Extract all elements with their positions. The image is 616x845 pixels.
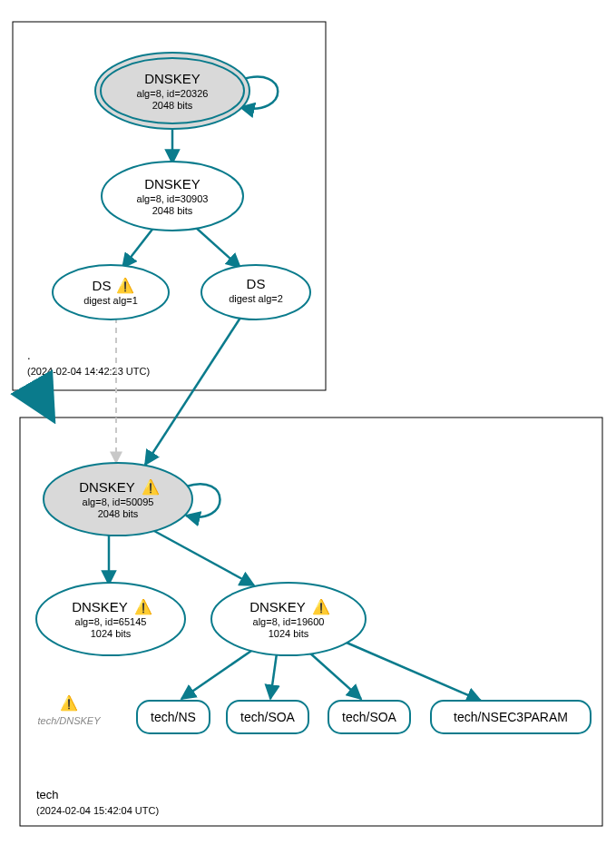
- root-zsk-title: DNSKEY: [144, 176, 200, 192]
- node-tech-dnskey-gray: ⚠️ tech/DNSKEY: [37, 694, 101, 726]
- rrset-soa2-label: tech/SOA: [342, 710, 397, 724]
- tech-ksk-line1: alg=8, id=50095: [83, 496, 154, 507]
- tech-zsk1-line1: alg=8, id=65145: [75, 616, 147, 627]
- node-root-zsk[interactable]: DNSKEY alg=8, id=30903 2048 bits: [102, 162, 243, 231]
- ds1-warn-icon: ⚠️: [116, 277, 134, 294]
- root-ksk-line2: 2048 bits: [152, 100, 193, 111]
- rrset-soa1[interactable]: tech/SOA: [227, 701, 308, 733]
- root-zsk-line1: alg=8, id=30903: [137, 193, 209, 204]
- edge-zsk2-to-soa2: [308, 652, 361, 699]
- edge-zsk2-to-nsec3: [340, 640, 481, 701]
- tech-zsk2-line2: 1024 bits: [269, 628, 309, 639]
- tech-zsk1-warn-icon: ⚠️: [134, 598, 152, 615]
- node-tech-ksk[interactable]: DNSKEY ⚠️ alg=8, id=50095 2048 bits: [44, 463, 192, 535]
- tech-ksk-title: DNSKEY: [79, 479, 135, 495]
- edge-zsk2-to-ns: [181, 649, 254, 699]
- edge-ds2-to-tech-ksk: [145, 318, 240, 465]
- zone-root-timestamp: (2024-02-04 14:42:23 UTC): [27, 366, 150, 377]
- ds2-sub: digest alg=2: [229, 293, 283, 304]
- tech-zsk1-title: DNSKEY: [72, 599, 128, 614]
- rrset-soa1-label: tech/SOA: [240, 710, 296, 724]
- root-zsk-line2: 2048 bits: [152, 205, 193, 216]
- zone-tech-timestamp: (2024-02-04 15:42:04 UTC): [36, 805, 159, 816]
- tech-ksk-line2: 2048 bits: [98, 508, 139, 519]
- rrset-ns-label: tech/NS: [151, 710, 196, 724]
- ds1-sub: digest alg=1: [83, 295, 138, 306]
- edge-zsk2-to-soa1: [270, 653, 277, 699]
- rrset-nsec3param-label: tech/NSEC3PARAM: [454, 710, 568, 724]
- root-ksk-title: DNSKEY: [144, 71, 200, 86]
- zone-root-label: .: [27, 349, 31, 362]
- tech-ksk-warn-icon: ⚠️: [142, 478, 160, 496]
- node-ds1[interactable]: DS ⚠️ digest alg=1: [53, 265, 169, 319]
- edge-root-zsk-to-ds1: [122, 227, 154, 268]
- tech-dnskey-gray-warn-icon: ⚠️: [60, 694, 78, 712]
- tech-dnskey-gray-label: tech/DNSKEY: [37, 715, 101, 726]
- rrset-ns[interactable]: tech/NS: [137, 701, 210, 733]
- node-tech-zsk2[interactable]: DNSKEY ⚠️ alg=8, id=19600 1024 bits: [211, 583, 366, 655]
- edge-root-to-tech-zone: [36, 390, 51, 416]
- tech-zsk2-line1: alg=8, id=19600: [253, 616, 325, 627]
- edge-tech-ksk-to-zsk2: [154, 531, 254, 585]
- svg-point-4: [201, 265, 310, 319]
- node-tech-zsk1[interactable]: DNSKEY ⚠️ alg=8, id=65145 1024 bits: [36, 583, 185, 655]
- zone-tech-label: tech: [36, 788, 59, 801]
- root-ksk-line1: alg=8, id=20326: [137, 88, 209, 99]
- edge-root-zsk-to-ds2: [195, 227, 240, 268]
- node-root-ksk[interactable]: DNSKEY alg=8, id=20326 2048 bits: [95, 53, 249, 129]
- rrset-nsec3param[interactable]: tech/NSEC3PARAM: [431, 701, 591, 733]
- ds2-title: DS: [247, 276, 266, 291]
- tech-zsk2-title: DNSKEY: [249, 599, 306, 614]
- node-ds2[interactable]: DS digest alg=2: [201, 265, 310, 319]
- tech-zsk1-line2: 1024 bits: [91, 628, 132, 639]
- tech-zsk2-warn-icon: ⚠️: [312, 598, 330, 615]
- ds1-title: DS: [93, 278, 112, 293]
- dnssec-diagram: . (2024-02-04 14:42:23 UTC) tech (2024-0…: [0, 0, 616, 845]
- rrset-soa2[interactable]: tech/SOA: [328, 701, 410, 733]
